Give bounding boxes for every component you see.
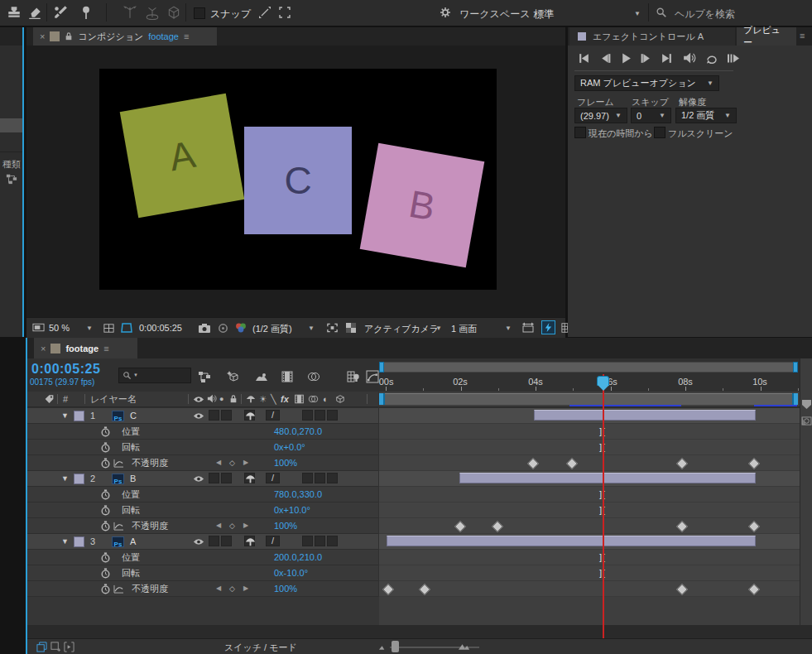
- switch-cell[interactable]: [315, 473, 325, 483]
- stopwatch-icon[interactable]: [100, 552, 111, 563]
- property-graph-icon[interactable]: [113, 459, 124, 468]
- mask-visibility-icon[interactable]: [120, 322, 133, 334]
- adjustment-layer-column-icon[interactable]: ◐: [323, 392, 329, 406]
- property-label[interactable]: 回転: [122, 565, 140, 580]
- motion-blur-icon[interactable]: [307, 371, 320, 382]
- timeline-tab[interactable]: × footage ≡: [34, 338, 137, 358]
- property-label[interactable]: 不透明度: [132, 518, 168, 533]
- magnification-chevron-icon[interactable]: ▼: [86, 325, 93, 332]
- keyframe-diamond[interactable]: [748, 584, 760, 595]
- quality-slash-switch[interactable]: /: [266, 536, 280, 546]
- property-value[interactable]: 0x+10.0°: [274, 503, 310, 517]
- switch-cell[interactable]: [327, 473, 338, 483]
- property-row[interactable]: 回転0x-10.0°: [27, 565, 378, 581]
- next-keyframe-icon[interactable]: ▶: [243, 581, 248, 596]
- property-label[interactable]: 回転: [122, 440, 140, 454]
- switch-cell[interactable]: [302, 473, 313, 483]
- workspace-dropdown[interactable]: 標準 ▼: [528, 4, 646, 22]
- layer-duration-bar[interactable]: [387, 536, 756, 546]
- last-frame-button[interactable]: [661, 52, 673, 65]
- resolution-chevron-icon[interactable]: ▼: [308, 325, 315, 332]
- view-layout-chevron-icon[interactable]: ▼: [505, 325, 512, 332]
- keyframe-diamond[interactable]: [527, 458, 539, 469]
- stopwatch-icon[interactable]: [100, 584, 111, 594]
- add-keyframe-icon[interactable]: ◇: [229, 581, 235, 596]
- disclosure-triangle-icon[interactable]: ▼: [61, 471, 69, 486]
- preview-resolution-dropdown[interactable]: 1/2 画質 ▼: [675, 108, 737, 123]
- layer-row[interactable]: ▼2PsB/: [27, 471, 378, 487]
- stopwatch-icon[interactable]: [100, 568, 111, 579]
- add-keyframe-icon[interactable]: ◇: [229, 518, 235, 533]
- keyframe-diamond[interactable]: [454, 521, 466, 532]
- show-snapshot-icon[interactable]: [217, 322, 229, 334]
- property-value[interactable]: 100%: [274, 581, 297, 596]
- expand-layer-switches-icon[interactable]: [36, 642, 47, 652]
- always-preview-icon[interactable]: [32, 322, 45, 334]
- layer-row[interactable]: ▼1PsC/: [27, 408, 378, 424]
- loop-button[interactable]: [705, 52, 718, 65]
- keyframe-diamond[interactable]: [676, 584, 688, 595]
- play-button[interactable]: [620, 52, 632, 65]
- time-ruler[interactable]: 0:00s02s04s06s08s10s: [379, 374, 800, 392]
- layer-name[interactable]: C: [130, 408, 137, 423]
- comp-button-icon[interactable]: [801, 416, 812, 426]
- fullscreen-checkbox[interactable]: [654, 127, 665, 138]
- property-value[interactable]: 0x-10.0°: [274, 565, 308, 580]
- switch-cell[interactable]: [209, 536, 219, 546]
- next-frame-button[interactable]: [640, 52, 652, 65]
- motion-blur-column-icon[interactable]: [308, 394, 319, 404]
- switch-cell[interactable]: [209, 473, 219, 483]
- keyframe-diamond[interactable]: [748, 458, 760, 469]
- composition-viewer[interactable]: A C B: [99, 69, 497, 290]
- frame-blending-icon[interactable]: [281, 371, 294, 382]
- hide-shy-layers-icon[interactable]: [255, 371, 268, 382]
- property-value[interactable]: 100%: [274, 518, 297, 533]
- quality-switch[interactable]: [244, 536, 255, 546]
- zoom-out-mountain-icon[interactable]: [378, 644, 387, 651]
- add-keyframe-icon[interactable]: ◇: [229, 455, 235, 470]
- switch-cell[interactable]: [302, 410, 313, 421]
- property-row[interactable]: 不透明度◀◇▶100%: [27, 455, 378, 471]
- roto-brush-tool-icon[interactable]: [53, 5, 68, 20]
- quality-slash-switch[interactable]: /: [266, 473, 280, 483]
- timeline-zoom-handle[interactable]: [392, 641, 399, 652]
- from-current-time-checkbox[interactable]: [574, 127, 586, 138]
- switch-cell[interactable]: [221, 536, 232, 546]
- composition-tab[interactable]: × コンポジション footage ≡: [33, 27, 217, 46]
- property-row[interactable]: 不透明度◀◇▶100%: [27, 518, 378, 534]
- ram-preview-options-dropdown[interactable]: RAM プレビューオプション ▼: [574, 75, 719, 91]
- time-navigator-track[interactable]: [379, 361, 800, 374]
- panel-menu-icon[interactable]: ≡: [184, 31, 189, 41]
- property-value[interactable]: 200.0,210.0: [274, 550, 322, 565]
- transparency-grid-icon[interactable]: [345, 322, 357, 334]
- property-row[interactable]: 位置780.0,330.0: [27, 487, 378, 503]
- switch-cell[interactable]: [302, 536, 313, 546]
- keyframe-column-icon[interactable]: ╲: [271, 392, 276, 406]
- switch-cell[interactable]: [209, 410, 219, 421]
- stopwatch-icon[interactable]: [100, 521, 111, 531]
- time-navigator-end-handle[interactable]: [793, 362, 798, 373]
- panel-menu-icon[interactable]: ≡: [800, 31, 805, 41]
- layer-row[interactable]: ▼3PsA/: [27, 534, 378, 550]
- composition-item-icon[interactable]: [6, 173, 17, 185]
- property-row[interactable]: 位置200.0,210.0: [27, 550, 378, 565]
- layer-color-swatch[interactable]: [74, 411, 84, 421]
- preview-tab[interactable]: プレビュー: [737, 27, 796, 46]
- property-graph-icon[interactable]: [113, 584, 124, 594]
- camera-chevron-icon[interactable]: ▼: [435, 325, 442, 332]
- help-search-input[interactable]: ヘルプを検索: [675, 7, 735, 22]
- switches-modes-button[interactable]: スイッチ / モード: [224, 642, 297, 654]
- keyframe-diamond[interactable]: [419, 584, 430, 595]
- snapshot-camera-icon[interactable]: [198, 322, 211, 334]
- work-area-bar[interactable]: [384, 393, 794, 405]
- stopwatch-icon[interactable]: [100, 489, 111, 500]
- zoom-in-mountains-icon[interactable]: [458, 642, 470, 651]
- effects-column-icon[interactable]: ☀: [259, 392, 267, 406]
- property-value[interactable]: 480.0,270.0: [274, 424, 322, 439]
- fx-column-icon[interactable]: fx: [281, 392, 289, 406]
- quality-switch[interactable]: [244, 473, 255, 483]
- comp-timecode[interactable]: 0:00:05:25: [139, 323, 182, 333]
- layer-square-a[interactable]: A: [120, 94, 245, 219]
- channel-rgb-icon[interactable]: [234, 322, 247, 334]
- next-keyframe-icon[interactable]: ▶: [243, 518, 248, 533]
